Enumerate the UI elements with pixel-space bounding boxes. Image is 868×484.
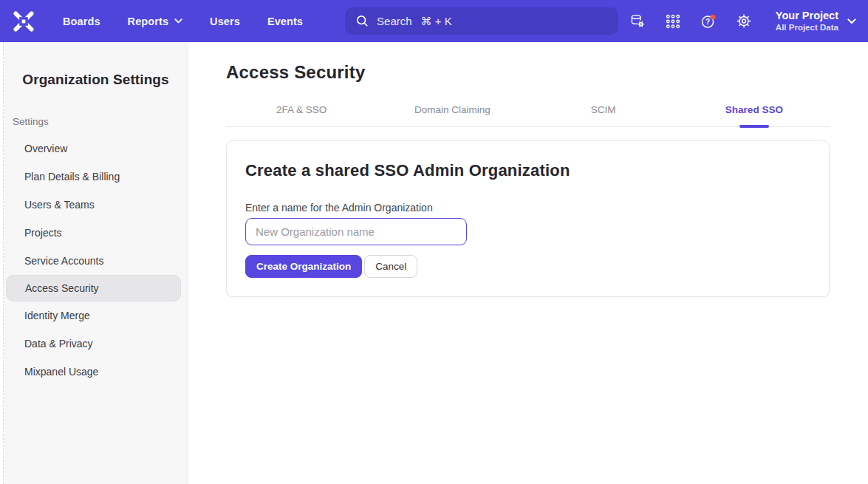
- nav-item-label: Reports: [128, 16, 169, 27]
- sidebar-section-label: Settings: [4, 116, 188, 127]
- nav-item-label: Events: [267, 16, 303, 27]
- nav-item-users[interactable]: Users: [210, 16, 240, 27]
- tab-label: Domain Claiming: [414, 104, 491, 115]
- access-security-tabs: 2FA & SSO Domain Claiming SCIM Shared SS…: [226, 100, 830, 127]
- tab-scim[interactable]: SCIM: [528, 100, 679, 126]
- svg-text:?: ?: [705, 18, 710, 26]
- sidebar-item-plan-details-billing[interactable]: Plan Details & Billing: [4, 163, 188, 191]
- mixpanel-logo[interactable]: [13, 10, 35, 33]
- notification-badge: [710, 14, 715, 19]
- project-subtitle: All Project Data: [776, 22, 838, 33]
- sidebar-item-service-accounts[interactable]: Service Accounts: [4, 247, 188, 275]
- nav-item-label: Boards: [63, 16, 100, 27]
- cancel-button[interactable]: Cancel: [364, 255, 417, 278]
- apps-grid-button[interactable]: [665, 13, 681, 30]
- page-title: Access Security: [226, 62, 868, 83]
- tab-domain-claiming[interactable]: Domain Claiming: [377, 100, 527, 126]
- sidebar-item-projects[interactable]: Projects: [4, 219, 188, 247]
- main-content: Access Security 2FA & SSO Domain Claimin…: [188, 42, 868, 484]
- tab-label: Shared SSO: [725, 104, 783, 115]
- search-icon: [355, 14, 369, 28]
- tab-label: SCIM: [591, 104, 616, 115]
- tab-label: 2FA & SSO: [276, 104, 327, 115]
- settings-button[interactable]: [736, 13, 752, 30]
- sidebar-item-mixpanel-usage[interactable]: Mixpanel Usage: [4, 358, 188, 386]
- sidebar-item-users-teams[interactable]: Users & Teams: [4, 191, 188, 219]
- chevron-down-icon: [174, 18, 182, 24]
- project-title: Your Project: [776, 9, 838, 22]
- nav-item-reports[interactable]: Reports: [128, 16, 183, 27]
- sidebar-list: Overview Plan Details & Billing Users & …: [4, 134, 188, 386]
- create-shared-sso-card: Create a shared SSO Admin Organization E…: [226, 140, 830, 297]
- sidebar-item-access-security[interactable]: Access Security: [6, 275, 181, 301]
- mixpanel-app: Boards Reports Users Events Search ⌘ + K: [0, 0, 868, 484]
- nav-item-boards[interactable]: Boards: [63, 16, 100, 27]
- top-navbar: Boards Reports Users Events Search ⌘ + K: [0, 0, 868, 42]
- search-placeholder: Search: [377, 15, 412, 27]
- primary-nav: Boards Reports Users Events: [63, 16, 303, 27]
- project-text: Your Project All Project Data: [776, 9, 838, 33]
- org-settings-sidebar: Organization Settings Settings Overview …: [4, 42, 188, 484]
- body-row: Organization Settings Settings Overview …: [0, 42, 868, 484]
- sidebar-title: Organization Settings: [4, 72, 188, 88]
- global-search-input[interactable]: Search ⌘ + K: [345, 7, 618, 35]
- organization-name-label: Enter a name for the Admin Organization: [245, 202, 810, 214]
- chevron-down-icon: [847, 18, 856, 24]
- gear-icon: [736, 13, 752, 30]
- card-actions: Create Organization Cancel: [245, 255, 810, 278]
- card-title: Create a shared SSO Admin Organization: [245, 161, 810, 180]
- apps-grid-icon: [665, 13, 681, 30]
- help-question-icon: ?: [700, 13, 717, 30]
- tab-shared-sso[interactable]: Shared SSO: [679, 100, 830, 126]
- search-shortcut: ⌘ + K: [421, 15, 452, 28]
- organization-name-input[interactable]: [245, 218, 467, 245]
- nav-item-label: Users: [210, 16, 240, 27]
- data-management-button[interactable]: [629, 13, 646, 30]
- sidebar-item-data-privacy[interactable]: Data & Privacy: [4, 330, 188, 358]
- help-button[interactable]: ?: [700, 13, 717, 30]
- database-gear-icon: [629, 13, 646, 30]
- sidebar-item-identity-merge[interactable]: Identity Merge: [4, 301, 188, 330]
- sidebar-item-overview[interactable]: Overview: [4, 134, 188, 163]
- create-organization-button[interactable]: Create Organization: [245, 255, 362, 278]
- project-selector[interactable]: Your Project All Project Data: [776, 9, 856, 33]
- nav-right-cluster: ? Your Project All Project Data: [629, 9, 856, 33]
- tab-2fa-sso[interactable]: 2FA & SSO: [226, 100, 377, 126]
- nav-item-events[interactable]: Events: [267, 16, 303, 27]
- active-tab-underline: [739, 125, 769, 128]
